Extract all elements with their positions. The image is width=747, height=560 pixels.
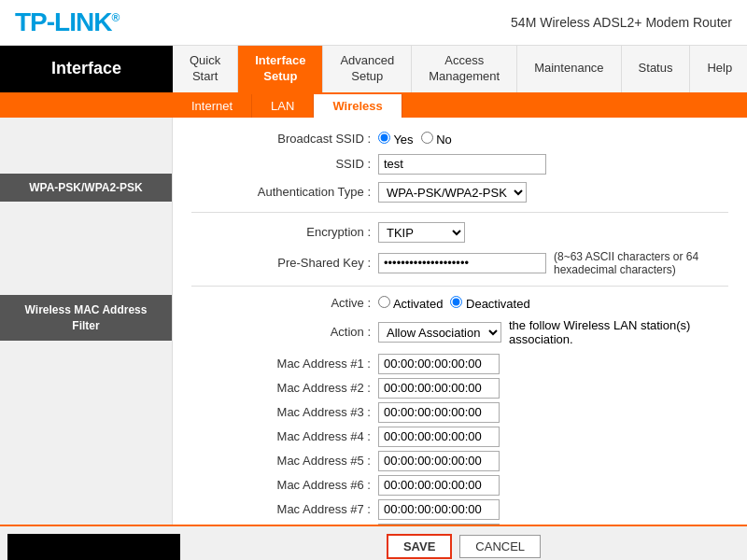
- sub-tabs: Internet LAN Wireless: [0, 94, 747, 118]
- mac-row-8: Mac Address #8 :: [191, 524, 728, 525]
- sidebar: WPA-PSK/WPA2-PSK Wireless MAC Address Fi…: [0, 118, 173, 525]
- pre-shared-key-hint: (8~63 ASCII characters or 64 hexadecimal…: [554, 250, 728, 276]
- mac-label-4: Mac Address #4 :: [191, 429, 378, 443]
- header: TP-LINK® 54M Wireless ADSL2+ Modem Route…: [0, 0, 747, 46]
- nav-interface-label: Interface: [0, 46, 173, 92]
- pre-shared-key-label: Pre-Shared Key :: [191, 256, 378, 270]
- mac-row-6: Mac Address #6 :: [191, 475, 728, 496]
- main-content: WPA-PSK/WPA2-PSK Wireless MAC Address Fi…: [0, 118, 747, 525]
- auth-type-select[interactable]: WPA-PSK/WPA2-PSK WPA-PSK WPA2-PSK: [378, 182, 527, 203]
- sub-tab-lan[interactable]: LAN: [252, 94, 314, 118]
- activated-label[interactable]: Activated: [378, 296, 443, 311]
- content-area: Broadcast SSID : Yes No SSID : Authentic…: [173, 118, 747, 525]
- mac-input-4[interactable]: [378, 427, 500, 447]
- pre-shared-key-value-container: (8~63 ASCII characters or 64 hexadecimal…: [378, 250, 728, 276]
- tab-access-management[interactable]: Access Management: [412, 46, 517, 92]
- mac-input-7[interactable]: [378, 499, 500, 520]
- mac-input-2[interactable]: [378, 378, 500, 399]
- mac-row-5: Mac Address #5 :: [191, 451, 728, 471]
- logo-tp: TP-LINK: [15, 7, 111, 36]
- broadcast-no-label[interactable]: No: [421, 132, 452, 147]
- active-value-container: Activated Deactivated: [378, 296, 530, 311]
- sidebar-mac-filter-section[interactable]: Wireless MAC Address Filter: [0, 295, 172, 342]
- mac-input-6[interactable]: [378, 475, 500, 496]
- ssid-label: SSID :: [191, 157, 378, 171]
- nav-left-text: Interface: [51, 59, 121, 78]
- broadcast-ssid-row: Broadcast SSID : Yes No: [191, 132, 728, 147]
- mac-label-3: Mac Address #3 :: [191, 405, 378, 419]
- mac-label-7: Mac Address #7 :: [191, 502, 378, 516]
- sidebar-wpa-section[interactable]: WPA-PSK/WPA2-PSK: [0, 174, 172, 202]
- tab-help[interactable]: Help: [690, 46, 747, 92]
- mac-row-1: Mac Address #1 :: [191, 354, 728, 374]
- mac-label-1: Mac Address #1 :: [191, 357, 378, 371]
- encryption-row: Encryption : TKIP AES TKIP+AES: [191, 222, 728, 243]
- action-select[interactable]: Allow Association Deny Association: [378, 322, 501, 343]
- auth-type-value-container: WPA-PSK/WPA2-PSK WPA-PSK WPA2-PSK: [378, 182, 527, 203]
- deactivated-label[interactable]: Deactivated: [450, 296, 529, 311]
- broadcast-yes-label[interactable]: Yes: [378, 132, 414, 147]
- footer: SAVE CANCEL: [0, 525, 747, 560]
- footer-left: [7, 534, 180, 560]
- tab-quick-start[interactable]: Quick Start: [173, 46, 238, 92]
- save-button[interactable]: SAVE: [387, 534, 452, 559]
- broadcast-no-radio[interactable]: [421, 132, 433, 144]
- encryption-value-container: TKIP AES TKIP+AES: [378, 222, 465, 243]
- ssid-row: SSID :: [191, 154, 728, 175]
- ssid-value-container: [378, 154, 546, 175]
- main-nav: Interface Quick Start Interface Setup Ad…: [0, 46, 747, 94]
- action-suffix: the follow Wireless LAN station(s) assoc…: [509, 318, 728, 346]
- deactivated-radio[interactable]: [450, 296, 462, 308]
- mac-row-3: Mac Address #3 :: [191, 402, 728, 423]
- broadcast-ssid-value: Yes No: [378, 132, 452, 147]
- mac-label-6: Mac Address #6 :: [191, 478, 378, 492]
- broadcast-yes-radio[interactable]: [378, 132, 390, 144]
- action-value-container: Allow Association Deny Association the f…: [378, 318, 728, 346]
- mac-label-5: Mac Address #5 :: [191, 454, 378, 468]
- ssid-input[interactable]: [378, 154, 546, 175]
- divider-2: [191, 286, 728, 287]
- sub-tab-internet[interactable]: Internet: [173, 94, 252, 118]
- encryption-label: Encryption :: [191, 225, 378, 239]
- active-row: Active : Activated Deactivated: [191, 296, 728, 311]
- activated-text: Activated: [393, 297, 443, 311]
- pre-shared-key-input[interactable]: [378, 253, 546, 273]
- pre-shared-key-row: Pre-Shared Key : (8~63 ASCII characters …: [191, 250, 728, 276]
- logo-reg: ®: [111, 11, 119, 24]
- active-label: Active :: [191, 296, 378, 310]
- broadcast-ssid-label: Broadcast SSID :: [191, 132, 378, 146]
- cancel-button[interactable]: CANCEL: [459, 535, 541, 558]
- broadcast-yes-text: Yes: [393, 133, 413, 147]
- broadcast-no-text: No: [436, 133, 452, 147]
- mac-label-2: Mac Address #2 :: [191, 381, 378, 395]
- sub-tab-wireless[interactable]: Wireless: [314, 94, 402, 118]
- encryption-select[interactable]: TKIP AES TKIP+AES: [378, 222, 465, 243]
- activated-radio[interactable]: [378, 296, 390, 308]
- mac-addresses-container: Mac Address #1 : Mac Address #2 : Mac Ad…: [191, 354, 728, 525]
- auth-type-label: Authentication Type :: [191, 185, 378, 199]
- mac-input-3[interactable]: [378, 402, 500, 423]
- tab-interface-setup[interactable]: Interface Setup: [238, 46, 323, 92]
- footer-buttons: SAVE CANCEL: [188, 534, 740, 560]
- mac-input-1[interactable]: [378, 354, 500, 374]
- mac-row-2: Mac Address #2 :: [191, 378, 728, 399]
- deactivated-text: Deactivated: [466, 297, 530, 311]
- logo: TP-LINK®: [15, 7, 119, 37]
- device-name: 54M Wireless ADSL2+ Modem Router: [511, 15, 732, 30]
- auth-type-row: Authentication Type : WPA-PSK/WPA2-PSK W…: [191, 182, 728, 203]
- action-label: Action :: [191, 325, 378, 339]
- tab-advanced-setup[interactable]: Advanced Setup: [323, 46, 412, 92]
- tab-maintenance[interactable]: Maintenance: [517, 46, 621, 92]
- nav-tabs: Quick Start Interface Setup Advanced Set…: [173, 46, 747, 92]
- mac-row-7: Mac Address #7 :: [191, 499, 728, 520]
- mac-input-8[interactable]: [378, 524, 500, 525]
- action-row: Action : Allow Association Deny Associat…: [191, 318, 728, 346]
- divider-1: [191, 212, 728, 213]
- mac-input-5[interactable]: [378, 451, 500, 471]
- mac-row-4: Mac Address #4 :: [191, 427, 728, 447]
- tab-status[interactable]: Status: [622, 46, 691, 92]
